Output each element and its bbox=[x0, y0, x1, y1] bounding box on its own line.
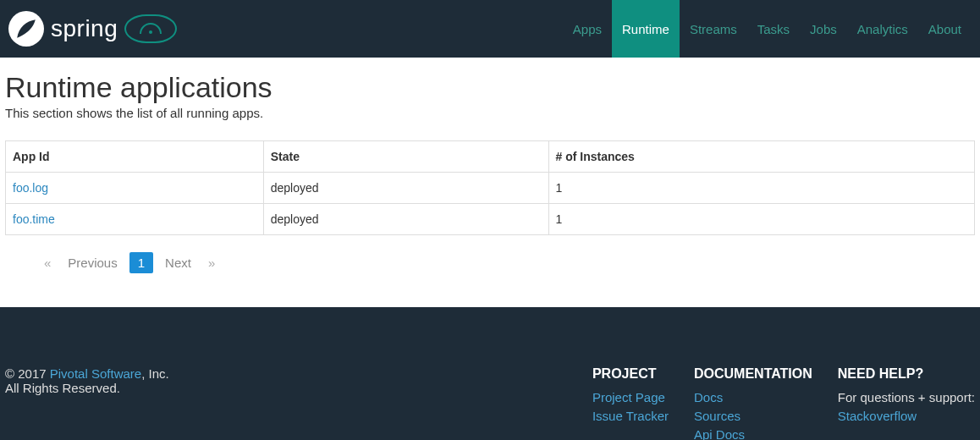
spring-leaf-icon bbox=[8, 11, 44, 47]
page-title: Runtime applications bbox=[5, 71, 975, 104]
app-instances: 1 bbox=[548, 173, 975, 204]
stackoverflow-link[interactable]: Stackoverflow bbox=[838, 409, 975, 423]
table-row: foo.time deployed 1 bbox=[6, 204, 975, 235]
nav-jobs[interactable]: Jobs bbox=[800, 0, 847, 58]
help-heading: NEED HELP? bbox=[838, 366, 975, 382]
footer-documentation: DOCUMENTATION Docs Sources Api Docs bbox=[694, 366, 812, 440]
pivotal-link[interactable]: Pivotal Software bbox=[50, 366, 141, 381]
apps-table: App Id State # of Instances foo.log depl… bbox=[5, 140, 975, 235]
flow-gauge-icon bbox=[124, 14, 177, 43]
nav-items: Apps Runtime Streams Tasks Jobs Analytic… bbox=[563, 0, 972, 58]
col-instances: # of Instances bbox=[548, 141, 975, 173]
project-heading: PROJECT bbox=[592, 366, 669, 382]
table-row: foo.log deployed 1 bbox=[6, 173, 975, 204]
docs-link[interactable]: Docs bbox=[694, 390, 812, 404]
brand-text: spring bbox=[51, 15, 118, 42]
nav-analytics[interactable]: Analytics bbox=[847, 0, 918, 58]
navbar: spring Apps Runtime Streams Tasks Jobs A… bbox=[0, 0, 980, 58]
project-page-link[interactable]: Project Page bbox=[592, 390, 669, 404]
svg-point-0 bbox=[149, 30, 152, 34]
issue-tracker-link[interactable]: Issue Tracker bbox=[592, 409, 669, 423]
table-header-row: App Id State # of Instances bbox=[6, 141, 975, 173]
page-subtitle: This section shows the list of all runni… bbox=[5, 106, 975, 120]
footer-help: NEED HELP? For questions + support: Stac… bbox=[838, 366, 975, 440]
brand[interactable]: spring bbox=[0, 11, 177, 47]
documentation-heading: DOCUMENTATION bbox=[694, 366, 812, 382]
app-state: deployed bbox=[263, 173, 548, 204]
next-page[interactable]: Next bbox=[158, 252, 198, 273]
nav-apps[interactable]: Apps bbox=[563, 0, 612, 58]
copy-suffix: , Inc. bbox=[141, 366, 169, 381]
api-docs-link[interactable]: Api Docs bbox=[694, 427, 812, 440]
next-arrow-icon: » bbox=[203, 252, 220, 273]
nav-streams[interactable]: Streams bbox=[680, 0, 747, 58]
sources-link[interactable]: Sources bbox=[694, 409, 812, 423]
footer-project: PROJECT Project Page Issue Tracker bbox=[592, 366, 669, 440]
help-text: For questions + support: bbox=[838, 390, 975, 404]
nav-about[interactable]: About bbox=[918, 0, 972, 58]
main-content: Runtime applications This section shows … bbox=[0, 58, 980, 307]
app-state: deployed bbox=[263, 204, 548, 235]
copy-prefix: © 2017 bbox=[5, 366, 50, 381]
current-page[interactable]: 1 bbox=[129, 252, 153, 273]
app-instances: 1 bbox=[548, 204, 975, 235]
nav-tasks[interactable]: Tasks bbox=[747, 0, 800, 58]
app-link[interactable]: foo.log bbox=[13, 181, 48, 195]
col-state: State bbox=[263, 141, 548, 173]
nav-runtime[interactable]: Runtime bbox=[612, 0, 680, 58]
prev-arrow-icon: « bbox=[39, 252, 56, 273]
footer: © 2017 Pivotal Software, Inc. All Rights… bbox=[0, 307, 980, 440]
rights-text: All Rights Reserved. bbox=[5, 381, 567, 395]
col-app-id: App Id bbox=[6, 141, 264, 173]
footer-copyright: © 2017 Pivotal Software, Inc. All Rights… bbox=[5, 366, 567, 440]
app-link[interactable]: foo.time bbox=[13, 212, 55, 226]
pagination: « Previous 1 Next » bbox=[39, 252, 941, 273]
prev-page[interactable]: Previous bbox=[61, 252, 124, 273]
